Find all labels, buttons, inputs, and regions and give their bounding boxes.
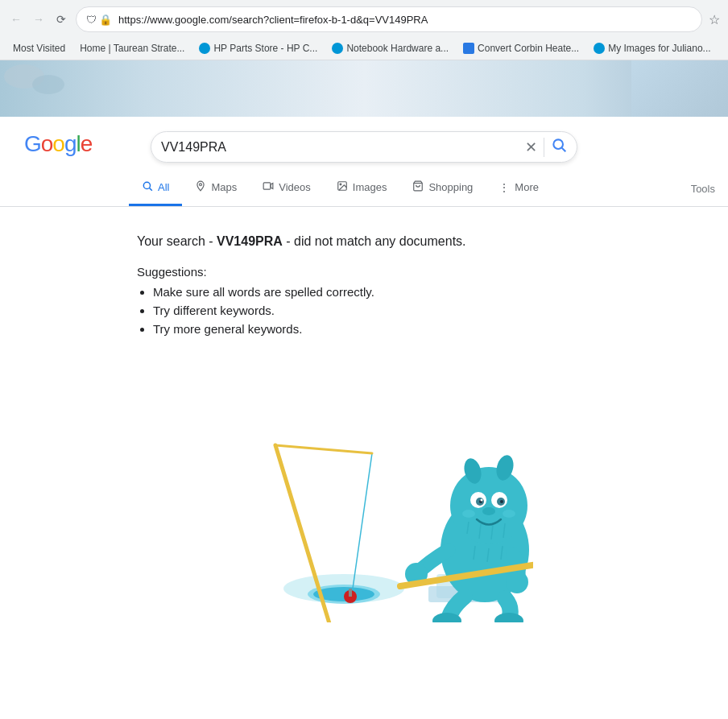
svg-line-7 [562, 148, 566, 152]
bookmark-hp-parts[interactable]: HP Parts Store - HP C... [192, 40, 324, 56]
svg-point-37 [482, 507, 495, 515]
bookmark-most-visited[interactable]: Most Visited [6, 40, 72, 56]
svg-point-27 [450, 467, 527, 544]
browser-titlebar: ← → ⟳ 🛡 🔒 https://www.google.com/search?… [0, 0, 728, 39]
svg-line-9 [150, 188, 152, 191]
bookmark-label: Most Visited [13, 43, 65, 54]
suggestion-item: Try different keywords. [153, 304, 728, 317]
svg-point-39 [503, 510, 515, 518]
tab-maps[interactable]: Maps [182, 171, 250, 206]
back-button[interactable]: ← [8, 11, 24, 27]
videos-icon [263, 180, 274, 194]
all-search-icon [142, 180, 153, 194]
svg-point-36 [481, 498, 483, 501]
tab-more-label: More [515, 181, 539, 193]
no-results-suffix: - did not match any documents. [283, 234, 466, 248]
images-icon [337, 180, 348, 194]
tab-shopping[interactable]: Shopping [399, 171, 486, 206]
no-results-message: Your search - VV149PRA - did not match a… [137, 231, 728, 252]
svg-point-51 [494, 613, 523, 622]
svg-point-5 [672, 71, 705, 90]
tab-images[interactable]: Images [324, 171, 400, 206]
bookmarks-bar: Most Visited Home | Taurean Strate... HP… [0, 39, 728, 60]
security-icons: 🛡 🔒 [86, 14, 112, 26]
logo-o1: o [41, 131, 53, 156]
logo-g: G [24, 131, 41, 156]
svg-point-38 [462, 510, 475, 518]
lock-icon: 🔒 [99, 14, 112, 26]
hp-favicon-icon [594, 43, 605, 54]
bookmark-my-images[interactable]: My Images for Juliano... [587, 40, 717, 56]
bookmark-convert-corbin[interactable]: Convert Corbin Heate... [457, 40, 585, 56]
search-divider [544, 138, 544, 157]
header-background [0, 60, 728, 117]
hp-favicon-icon [332, 43, 343, 54]
svg-point-10 [200, 184, 202, 186]
search-submit-button[interactable] [551, 137, 567, 157]
no-results-illustration [0, 381, 728, 655]
no-results-query: VV149PRA [217, 234, 283, 248]
svg-point-4 [683, 71, 718, 106]
more-icon: ⋮ [498, 181, 510, 194]
svg-rect-23 [349, 589, 352, 597]
suggestion-item: Try more general keywords. [153, 322, 728, 336]
tab-videos[interactable]: Videos [250, 171, 324, 206]
suggestions-section: Suggestions: Make sure all words are spe… [137, 265, 728, 336]
svg-marker-12 [271, 184, 273, 189]
tab-images-label: Images [353, 181, 387, 193]
logo-e: e [81, 131, 93, 156]
tab-all-label: All [158, 181, 169, 193]
bookmark-label: Notebook Hardware a... [346, 43, 449, 54]
bookmark-label: Home | Taurean Strate... [80, 43, 184, 54]
tab-more[interactable]: ⋮ More [486, 171, 552, 206]
shopping-icon [412, 180, 424, 194]
search-clear-button[interactable]: ✕ [525, 140, 537, 155]
logo-o2: o [52, 131, 64, 156]
svg-rect-0 [0, 60, 728, 117]
bookmark-label: HP Parts Store - HP C... [213, 43, 317, 54]
td-favicon-icon [463, 43, 474, 54]
svg-point-8 [143, 182, 150, 188]
maps-icon [195, 180, 206, 194]
forward-button[interactable]: → [31, 11, 47, 27]
tab-all[interactable]: All [129, 171, 182, 206]
results-area: Your search - VV149PRA - did not match a… [0, 207, 728, 365]
svg-point-6 [553, 139, 563, 149]
tab-shopping-label: Shopping [428, 181, 473, 193]
fishing-monster-svg [195, 381, 533, 622]
url-text: https://www.google.com/search?client=fir… [118, 14, 692, 26]
hp-favicon-icon [199, 43, 210, 54]
shield-icon: 🛡 [86, 14, 97, 26]
suggestions-title: Suggestions: [137, 265, 728, 279]
browser-chrome: ← → ⟳ 🛡 🔒 https://www.google.com/search?… [0, 0, 728, 60]
google-logo: Google [24, 131, 92, 157]
svg-point-3 [678, 66, 723, 111]
search-input[interactable] [161, 140, 519, 155]
svg-point-48 [506, 571, 528, 593]
bookmark-label: My Images for Juliano... [608, 43, 710, 54]
tab-videos-label: Videos [279, 181, 311, 193]
logo-g2: g [64, 131, 77, 156]
suggestions-list: Make sure all words are spelled correctl… [137, 285, 728, 336]
svg-line-19 [352, 453, 372, 594]
svg-line-21 [275, 445, 372, 453]
no-results-prefix: Your search - [137, 234, 217, 248]
address-bar[interactable]: 🛡 🔒 https://www.google.com/search?client… [76, 6, 702, 32]
bookmark-notebook-hw[interactable]: Notebook Hardware a... [325, 40, 455, 56]
search-tabs: All Maps Videos Images [0, 171, 728, 207]
search-box[interactable]: ✕ [151, 131, 577, 163]
bookmark-star-icon[interactable]: ☆ [709, 12, 720, 27]
bookmark-taurean[interactable]: Home | Taurean Strate... [73, 40, 191, 56]
tools-button[interactable]: Tools [678, 173, 728, 205]
tab-maps-label: Maps [211, 181, 237, 193]
bookmark-label: Convert Corbin Heate... [478, 43, 579, 54]
svg-point-14 [340, 184, 341, 185]
suggestion-item: Make sure all words are spelled correctl… [153, 285, 728, 299]
search-bar-area: Google ✕ [0, 117, 728, 171]
svg-point-35 [500, 500, 503, 503]
svg-point-2 [32, 75, 64, 94]
svg-rect-11 [263, 183, 271, 189]
reload-button[interactable]: ⟳ [53, 11, 69, 27]
